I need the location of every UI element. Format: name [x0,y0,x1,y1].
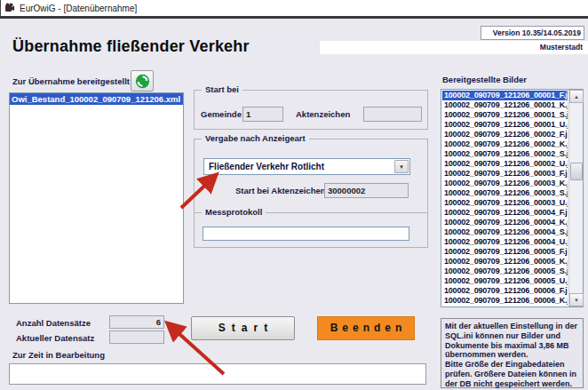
image-list-item[interactable]: 100002_090709_121206_00003_K.jpg [442,179,568,188]
scroll-up-icon[interactable]: ▲ [569,90,584,103]
image-list-item[interactable]: 100002_090709_121206_00004_K.jpg [442,218,568,227]
image-list-item[interactable]: 100002_090709_121206_00004_U.jpg [442,237,568,247]
city-label: Musterstadt [320,41,588,54]
page-title: Übernahme fließender Verkehr [12,37,250,56]
image-list-item[interactable]: 100002_090709_121206_00001_S.jpg [442,110,568,120]
image-list-item[interactable]: 100002_090709_121206_00001_K.jpg [442,100,568,110]
anzeigeart-dropdown[interactable]: Fließender Verkehr Rotlicht ▾ [203,158,410,175]
image-list-item[interactable]: 100002_090709_121206_00002_U.jpg [442,159,568,169]
start-aktenzeichen-input[interactable] [324,183,409,198]
image-list-item[interactable]: 100002_090709_121206_00003_U.jpg [442,198,568,208]
version-label: Version 10.35/14.05.2019 [481,26,584,40]
group-start-bei: Start bei Gemeinde Aktenzeichen [194,90,428,130]
scroll-down-icon[interactable]: ▼ [569,293,584,306]
file-list-item[interactable]: Owi_Bestand_100002_090709_121206.xml [10,93,183,105]
image-list-item[interactable]: 100002_090709_121206_00005_S.jpg [442,267,568,276]
anzeigeart-dropdown-value: Fließender Verkehr Rotlicht [204,162,394,171]
image-list-item[interactable]: 100002_090709_121206_00006_F.jpg [442,286,568,296]
image-list-item[interactable]: 100002_090709_121206_00003_F.jpg [442,169,568,179]
image-list-item[interactable]: 100002_090709_121206_00005_U.jpg [442,276,568,286]
image-list-item[interactable]: 100002_090709_121206_00002_S.jpg [442,149,568,159]
image-list-item[interactable]: 100002_090709_121206_00004_F.jpg [442,208,568,218]
window-titlebar: EurOwiG - [Datenübernahme] [0,0,588,16]
provided-files-list[interactable]: Owi_Bestand_100002_090709_121206.xml [9,92,184,304]
sql-info-text: Mit der aktuellen Einstellung in der SQL… [441,318,584,388]
in-bearbeitung-field [9,363,426,385]
messprotokoll-input[interactable] [203,227,409,241]
chevron-down-icon[interactable]: ▾ [394,160,409,173]
group-messprotokoll: Messprotokoll [194,212,428,248]
group-vergabe-caption: Vergabe nach Anzeigeart [202,133,309,143]
gemeinde-label: Gemeinde [201,109,242,119]
image-list-item[interactable]: 100002_090709_121206_00002_K.jpg [442,139,568,149]
image-list-item[interactable]: 100002_090709_121206_00003_S.jpg [442,188,568,198]
gemeinde-input[interactable] [242,107,283,122]
images-scrollbar[interactable]: ▲ ▼ [568,90,583,306]
group-start-bei-caption: Start bei [202,84,242,94]
image-list-item[interactable]: 100002_090709_121206_00001_U.jpg [442,120,568,130]
aktueller-datensatz-value [109,330,164,344]
image-list-item[interactable]: 100002_090709_121206_00004_S.jpg [442,227,568,237]
refresh-button[interactable] [131,70,154,92]
image-list-item[interactable]: 100002_090709_121206_00005_F.jpg [442,247,568,257]
anzahl-datensaetze-value [109,315,164,329]
image-list-item[interactable]: 100002_090709_121206_00001_F.jpg [442,91,568,100]
scrollbar-thumb[interactable] [570,163,583,180]
aktueller-datensatz-label: Aktueller Datensatz [16,333,94,343]
aktenzeichen-label: Aktenzeichen [296,109,350,119]
image-list-item[interactable]: 100002_090709_121206_00006_K.jpg [442,296,568,306]
titlebar-divider [0,16,588,19]
images-list[interactable]: 100002_090709_121206_00001_F.jpg100002_0… [442,91,568,306]
in-bearbeitung-label: Zur Zeit in Bearbeitung [12,350,105,360]
refresh-icon [135,74,150,89]
start-button[interactable]: Start [191,316,295,340]
image-list-item[interactable]: 100002_090709_121206_00005_K.jpg [442,257,568,267]
app-icon [4,3,15,13]
group-messprotokoll-caption: Messprotokoll [202,207,266,217]
anzahl-datensaetze-label: Anzahl Datensätze [16,318,91,328]
bereitgestellte-bilder-label: Bereitgestellte Bilder [442,75,527,84]
provided-files-label: Zur Übernahme bereitgestellt [12,76,130,86]
aktenzeichen-input[interactable] [363,107,422,122]
window-title: EurOwiG - [Datenübernahme] [20,4,137,13]
group-vergabe: Vergabe nach Anzeigeart Fließender Verke… [194,139,428,213]
start-aktenzeichen-label: Start bei Aktenzeichen [235,186,326,195]
image-list-item[interactable]: 100002_090709_121206_00002_F.jpg [442,130,568,139]
images-listbox: 100002_090709_121206_00001_F.jpg100002_0… [441,89,584,307]
beenden-button[interactable]: Beenden [317,316,415,340]
